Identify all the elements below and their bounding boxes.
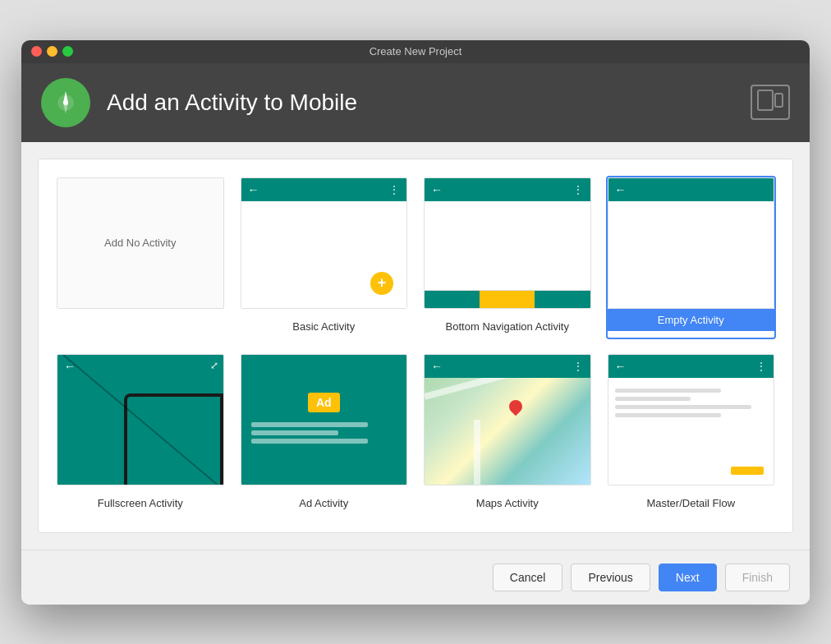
previous-button[interactable]: Previous [571,564,650,591]
android-logo [41,78,90,127]
traffic-lights [31,46,73,57]
activity-card-maps[interactable]: ← ⋮ Maps Activity [422,352,593,516]
activity-card-bottom-nav[interactable]: ← ⋮ Bottom Navigation Activity [422,176,593,339]
ad-line-3 [251,439,368,444]
master-detail-mock: ← ⋮ [608,355,774,485]
finish-button[interactable]: Finish [725,564,790,591]
md-line-3 [615,405,752,409]
activity-grid: Add No Activity ← ⋮ + Basic Act [38,159,793,533]
empty-mock: ← [608,178,774,308]
next-button[interactable]: Next [659,564,717,591]
close-button[interactable] [31,46,42,57]
nav-item-2 [480,291,535,308]
basic-toolbar: ← ⋮ [241,178,407,201]
master-detail-preview-area: ← ⋮ [608,354,775,485]
android-icon [49,86,82,119]
maps-menu-icon: ⋮ [573,361,584,372]
ad-line-2 [251,430,339,435]
fullscreen-label: Fullscreen Activity [57,492,224,514]
no-activity-preview: Add No Activity [57,177,224,309]
empty-toolbar: ← [608,178,774,201]
basic-activity-label: Basic Activity [241,315,408,338]
menu-dots-icon: ⋮ [389,184,400,196]
content-area: Add No Activity ← ⋮ + Basic Act [21,142,810,550]
ad-preview-area: Ad [241,354,408,485]
empty-back-icon: ← [615,183,627,196]
activity-card-fullscreen[interactable]: ← ⤢ Fullscreen Activity [55,352,226,516]
empty-activity-label: Empty Activity [608,309,775,331]
basic-mock: ← ⋮ + [241,178,407,308]
header-left: Add an Activity to Mobile [41,78,357,127]
bottom-nav-content [425,201,590,290]
svg-point-4 [63,100,68,105]
device-preview-icon [757,90,783,111]
bottom-nav-preview: ← ⋮ [424,177,591,309]
bottom-toolbar: ← ⋮ [425,178,590,201]
back-icon: ← [248,183,259,196]
diagonal-line-icon [57,355,223,485]
svg-rect-6 [775,94,783,107]
fab-icon: + [370,272,393,295]
ad-line-1 [251,422,368,427]
fullscreen-mock: ← ⤢ [57,355,223,485]
md-back-icon: ← [615,360,627,373]
activity-card-empty[interactable]: ← Empty Activity [606,176,777,339]
main-window: Create New Project Add an Activity to Mo… [21,40,810,605]
activity-card-no-activity[interactable]: Add No Activity [55,176,226,339]
ad-mock: Ad [241,355,407,485]
menu-icon: ⋮ [573,184,584,196]
cancel-button[interactable]: Cancel [493,564,563,591]
maps-label: Maps Activity [424,492,591,514]
title-bar: Create New Project [21,40,810,63]
basic-content [241,201,407,214]
ad-badge: Ad [308,393,340,412]
page-title: Add an Activity to Mobile [107,90,357,116]
activity-card-ad[interactable]: Ad Ad Activity [239,352,410,516]
window-title: Create New Project [370,45,462,58]
md-menu-icon: ⋮ [756,361,767,372]
md-action-button [731,467,764,475]
bottom-nav-label: Bottom Navigation Activity [424,315,591,338]
md-toolbar: ← ⋮ [608,355,774,378]
footer: Cancel Previous Next Finish [21,550,810,605]
nav-item-3 [535,291,590,308]
bottom-nav-bar [425,290,590,308]
map-road-2 [474,420,480,485]
svg-rect-5 [758,90,773,110]
empty-activity-preview: ← [608,177,775,309]
maps-mock: ← ⋮ [425,355,590,485]
activity-card-basic[interactable]: ← ⋮ + Basic Activity [239,176,410,339]
master-detail-label: Master/Detail Flow [608,492,775,514]
activity-card-master-detail[interactable]: ← ⋮ Master/Detail Flow [606,352,777,516]
svg-line-7 [63,355,218,485]
fullscreen-preview-area: ← ⤢ [57,354,224,485]
maps-top-bar: ← ⋮ [425,355,590,378]
header: Add an Activity to Mobile [21,63,810,142]
maps-preview-area: ← ⋮ [424,354,591,485]
back-arrow-icon: ← [431,183,443,196]
ad-activity-label: Ad Activity [241,492,408,514]
md-content [608,378,774,428]
nav-item-1 [425,291,480,308]
no-activity-label: Add No Activity [104,237,176,249]
md-line-1 [615,389,722,393]
ad-content-lines [251,419,397,447]
basic-activity-preview: ← ⋮ + [241,177,408,309]
md-line-2 [615,397,691,401]
bottom-nav-mock: ← ⋮ [425,178,590,308]
maximize-button[interactable] [62,46,73,57]
md-line-4 [615,413,722,417]
maps-toolbar: ← ⋮ [425,355,590,378]
maps-back-icon: ← [431,360,443,373]
device-icon [751,85,790,120]
minimize-button[interactable] [47,46,57,57]
